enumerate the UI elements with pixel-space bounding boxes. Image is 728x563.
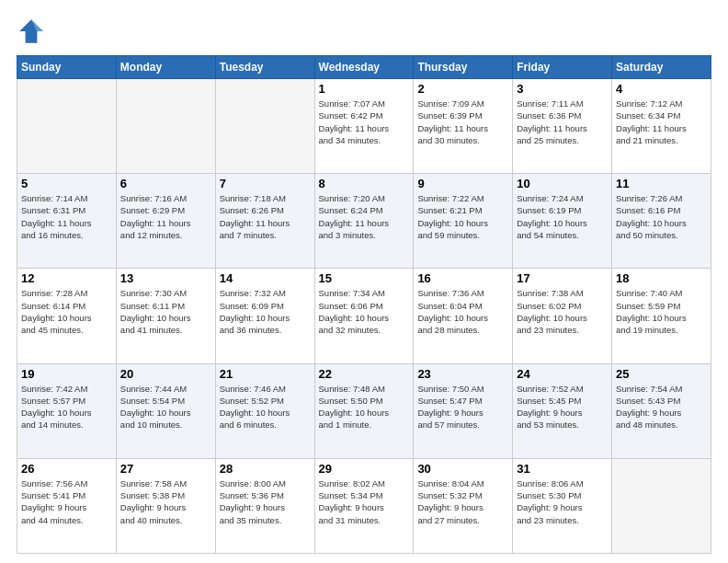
day-number: 28: [220, 462, 311, 476]
calendar-cell: 29Sunrise: 8:02 AM Sunset: 5:34 PM Dayli…: [314, 458, 414, 553]
calendar-cell: 28Sunrise: 8:00 AM Sunset: 5:36 PM Dayli…: [215, 458, 314, 553]
calendar-cell: 16Sunrise: 7:36 AM Sunset: 6:04 PM Dayli…: [414, 269, 513, 363]
day-info: Sunrise: 7:44 AM Sunset: 5:54 PM Dayligh…: [120, 383, 211, 431]
calendar-cell: 1Sunrise: 7:07 AM Sunset: 6:42 PM Daylig…: [314, 79, 414, 174]
weekday-header-thursday: Thursday: [414, 56, 513, 79]
day-info: Sunrise: 7:46 AM Sunset: 5:52 PM Dayligh…: [220, 383, 311, 431]
calendar-cell: 12Sunrise: 7:28 AM Sunset: 6:14 PM Dayli…: [17, 269, 117, 363]
day-number: 21: [220, 367, 311, 381]
day-number: 1: [319, 82, 410, 96]
day-info: Sunrise: 7:56 AM Sunset: 5:41 PM Dayligh…: [21, 477, 112, 526]
day-number: 9: [417, 177, 508, 190]
day-info: Sunrise: 7:26 AM Sunset: 6:16 PM Dayligh…: [616, 192, 707, 241]
calendar-cell: 27Sunrise: 7:58 AM Sunset: 5:38 PM Dayli…: [116, 458, 215, 553]
day-info: Sunrise: 8:04 AM Sunset: 5:32 PM Dayligh…: [417, 477, 508, 526]
calendar-cell: 18Sunrise: 7:40 AM Sunset: 5:59 PM Dayli…: [612, 269, 711, 363]
weekday-header-tuesday: Tuesday: [215, 56, 314, 79]
page: SundayMondayTuesdayWednesdayThursdayFrid…: [0, 0, 728, 563]
day-number: 18: [616, 271, 707, 285]
calendar-cell: 20Sunrise: 7:44 AM Sunset: 5:54 PM Dayli…: [116, 363, 215, 458]
day-number: 17: [517, 271, 608, 285]
day-info: Sunrise: 7:12 AM Sunset: 6:34 PM Dayligh…: [616, 98, 707, 146]
day-info: Sunrise: 7:20 AM Sunset: 6:24 PM Dayligh…: [319, 192, 410, 241]
calendar-cell: 9Sunrise: 7:22 AM Sunset: 6:21 PM Daylig…: [414, 174, 513, 269]
header: [17, 17, 711, 46]
weekday-header-row: SundayMondayTuesdayWednesdayThursdayFrid…: [17, 56, 711, 79]
calendar-cell: 24Sunrise: 7:52 AM Sunset: 5:45 PM Dayli…: [513, 363, 612, 458]
calendar-cell: 11Sunrise: 7:26 AM Sunset: 6:16 PM Dayli…: [612, 174, 711, 269]
day-number: 10: [517, 177, 608, 190]
weekday-header-wednesday: Wednesday: [314, 56, 414, 79]
day-number: 20: [120, 367, 211, 381]
calendar-cell: [612, 458, 711, 553]
day-number: 8: [319, 177, 410, 190]
weekday-header-sunday: Sunday: [17, 56, 117, 79]
day-info: Sunrise: 7:40 AM Sunset: 5:59 PM Dayligh…: [616, 287, 707, 336]
calendar-cell: 31Sunrise: 8:06 AM Sunset: 5:30 PM Dayli…: [513, 458, 612, 553]
calendar-cell: 30Sunrise: 8:04 AM Sunset: 5:32 PM Dayli…: [414, 458, 513, 553]
day-number: 11: [616, 177, 707, 190]
day-info: Sunrise: 7:36 AM Sunset: 6:04 PM Dayligh…: [417, 287, 508, 336]
logo-icon: [17, 17, 46, 46]
calendar-cell: 4Sunrise: 7:12 AM Sunset: 6:34 PM Daylig…: [612, 79, 711, 174]
calendar-cell: 26Sunrise: 7:56 AM Sunset: 5:41 PM Dayli…: [17, 458, 117, 553]
calendar-cell: 2Sunrise: 7:09 AM Sunset: 6:39 PM Daylig…: [414, 79, 513, 174]
calendar-cell: 7Sunrise: 7:18 AM Sunset: 6:26 PM Daylig…: [215, 174, 314, 269]
day-number: 26: [21, 462, 112, 476]
week-row-2: 5Sunrise: 7:14 AM Sunset: 6:31 PM Daylig…: [17, 174, 711, 269]
day-number: 12: [21, 271, 112, 285]
day-number: 22: [319, 367, 410, 381]
day-number: 25: [616, 367, 707, 381]
day-number: 7: [220, 177, 311, 190]
calendar-cell: [17, 79, 117, 174]
day-number: 2: [417, 82, 508, 96]
calendar-cell: 8Sunrise: 7:20 AM Sunset: 6:24 PM Daylig…: [314, 174, 414, 269]
day-info: Sunrise: 7:38 AM Sunset: 6:02 PM Dayligh…: [517, 287, 608, 336]
calendar-cell: 23Sunrise: 7:50 AM Sunset: 5:47 PM Dayli…: [414, 363, 513, 458]
day-info: Sunrise: 7:50 AM Sunset: 5:47 PM Dayligh…: [417, 383, 508, 431]
calendar-table: SundayMondayTuesdayWednesdayThursdayFrid…: [17, 55, 711, 554]
week-row-1: 1Sunrise: 7:07 AM Sunset: 6:42 PM Daylig…: [17, 79, 711, 174]
week-row-3: 12Sunrise: 7:28 AM Sunset: 6:14 PM Dayli…: [17, 269, 711, 363]
day-info: Sunrise: 7:34 AM Sunset: 6:06 PM Dayligh…: [319, 287, 410, 336]
day-info: Sunrise: 7:28 AM Sunset: 6:14 PM Dayligh…: [21, 287, 112, 336]
day-info: Sunrise: 8:00 AM Sunset: 5:36 PM Dayligh…: [220, 477, 311, 526]
day-info: Sunrise: 7:18 AM Sunset: 6:26 PM Dayligh…: [220, 192, 311, 241]
day-info: Sunrise: 7:52 AM Sunset: 5:45 PM Dayligh…: [517, 383, 608, 431]
day-number: 14: [220, 271, 311, 285]
day-info: Sunrise: 7:24 AM Sunset: 6:19 PM Dayligh…: [517, 192, 608, 241]
calendar-cell: 13Sunrise: 7:30 AM Sunset: 6:11 PM Dayli…: [116, 269, 215, 363]
day-number: 27: [120, 462, 211, 476]
calendar-cell: 3Sunrise: 7:11 AM Sunset: 6:36 PM Daylig…: [513, 79, 612, 174]
day-number: 15: [319, 271, 410, 285]
calendar-cell: 15Sunrise: 7:34 AM Sunset: 6:06 PM Dayli…: [314, 269, 414, 363]
day-info: Sunrise: 7:42 AM Sunset: 5:57 PM Dayligh…: [21, 383, 112, 431]
calendar-cell: 19Sunrise: 7:42 AM Sunset: 5:57 PM Dayli…: [17, 363, 117, 458]
day-info: Sunrise: 7:14 AM Sunset: 6:31 PM Dayligh…: [21, 192, 112, 241]
day-number: 3: [517, 82, 608, 96]
calendar-cell: 17Sunrise: 7:38 AM Sunset: 6:02 PM Dayli…: [513, 269, 612, 363]
day-number: 5: [21, 177, 112, 190]
day-number: 31: [517, 462, 608, 476]
day-number: 23: [417, 367, 508, 381]
day-info: Sunrise: 8:06 AM Sunset: 5:30 PM Dayligh…: [517, 477, 608, 526]
calendar-cell: 6Sunrise: 7:16 AM Sunset: 6:29 PM Daylig…: [116, 174, 215, 269]
calendar-cell: 25Sunrise: 7:54 AM Sunset: 5:43 PM Dayli…: [612, 363, 711, 458]
day-number: 24: [517, 367, 608, 381]
week-row-4: 19Sunrise: 7:42 AM Sunset: 5:57 PM Dayli…: [17, 363, 711, 458]
calendar-cell: 22Sunrise: 7:48 AM Sunset: 5:50 PM Dayli…: [314, 363, 414, 458]
day-number: 16: [417, 271, 508, 285]
calendar-cell: 10Sunrise: 7:24 AM Sunset: 6:19 PM Dayli…: [513, 174, 612, 269]
week-row-5: 26Sunrise: 7:56 AM Sunset: 5:41 PM Dayli…: [17, 458, 711, 553]
weekday-header-monday: Monday: [116, 56, 215, 79]
day-info: Sunrise: 7:30 AM Sunset: 6:11 PM Dayligh…: [120, 287, 211, 336]
day-info: Sunrise: 7:07 AM Sunset: 6:42 PM Dayligh…: [319, 98, 410, 146]
calendar-cell: [116, 79, 215, 174]
day-info: Sunrise: 7:22 AM Sunset: 6:21 PM Dayligh…: [417, 192, 508, 241]
day-number: 13: [120, 271, 211, 285]
day-number: 6: [120, 177, 211, 190]
day-info: Sunrise: 7:54 AM Sunset: 5:43 PM Dayligh…: [616, 383, 707, 431]
day-number: 29: [319, 462, 410, 476]
calendar-cell: 21Sunrise: 7:46 AM Sunset: 5:52 PM Dayli…: [215, 363, 314, 458]
day-info: Sunrise: 8:02 AM Sunset: 5:34 PM Dayligh…: [319, 477, 410, 526]
